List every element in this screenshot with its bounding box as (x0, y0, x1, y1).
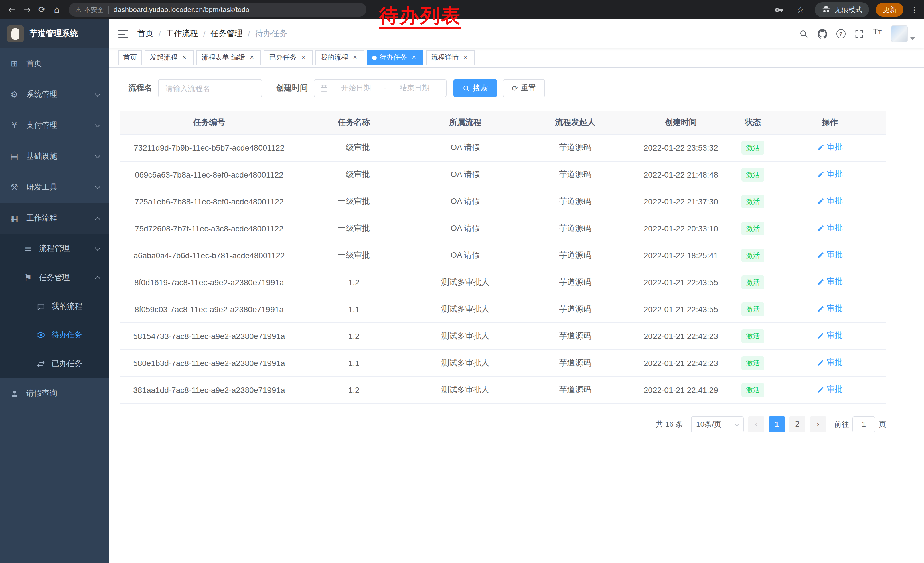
cell-initiator: 芋道源码 (521, 376, 630, 403)
page-1-button[interactable]: 1 (769, 416, 785, 432)
approve-link[interactable]: 审批 (817, 142, 843, 153)
sidebar-item-home[interactable]: ⊞ 首页 (0, 48, 109, 79)
cell-created: 2022-01-22 20:33:10 (630, 215, 732, 242)
gear-icon: ⚙ (9, 89, 20, 100)
approve-link[interactable]: 审批 (817, 331, 843, 341)
tab-close-icon[interactable]: × (351, 54, 359, 62)
cell-initiator: 芋道源码 (521, 134, 630, 161)
cell-task-id: 75d72608-7b7f-11ec-a3c8-acde48001122 (120, 215, 298, 242)
help-icon[interactable]: ? (836, 26, 845, 41)
approve-link[interactable]: 审批 (817, 223, 843, 233)
url-bar[interactable]: ⚠ 不安全 dashboard.yudao.iocoder.cn/bpm/tas… (69, 3, 366, 17)
sidebar-item-todo-tasks[interactable]: 待办任务 (0, 321, 109, 349)
incognito-icon (822, 5, 831, 14)
sidebar-item-process-mgmt[interactable]: ≡ 流程管理 (0, 234, 109, 263)
col-created: 创建时间 (630, 111, 732, 134)
goto-page: 前往 页 (834, 416, 886, 432)
next-page-button[interactable]: › (810, 416, 826, 432)
tab[interactable]: 待办任务 × (367, 50, 423, 65)
cell-task-name: 一级审批 (298, 242, 410, 269)
approve-link[interactable]: 审批 (817, 304, 843, 314)
user-menu[interactable] (891, 25, 915, 42)
cell-task-name: 一级审批 (298, 161, 410, 188)
sidebar-item-infrastructure[interactable]: ▤ 基础设施 (0, 141, 109, 172)
cell-created: 2022-01-21 22:43:55 (630, 296, 732, 323)
tab[interactable]: 我的流程 × (315, 50, 364, 65)
key-icon[interactable] (771, 2, 786, 17)
sidebar-item-done-tasks[interactable]: 已办任务 (0, 349, 109, 378)
font-size-icon[interactable]: TT (873, 26, 882, 41)
tab[interactable]: 已办任务 × (264, 50, 313, 65)
sidebar-item-workflow[interactable]: ▦ 工作流程 (0, 203, 109, 234)
col-process: 所属流程 (410, 111, 521, 134)
tab[interactable]: 首页 (118, 50, 142, 65)
reload-icon[interactable]: ⟳ (34, 2, 49, 17)
process-name-input[interactable] (158, 79, 262, 98)
bookmark-star-icon[interactable]: ☆ (793, 2, 808, 17)
cell-task-id: 8f0d1619-7ac8-11ec-a9e2-a2380e71991a (120, 269, 298, 296)
approve-link[interactable]: 审批 (817, 169, 843, 180)
person-icon (9, 389, 20, 398)
task-table: 任务编号 任务名称 所属流程 流程发起人 创建时间 状态 操作 73211d9d… (120, 111, 886, 404)
tab[interactable]: 发起流程 × (145, 50, 194, 65)
cell-task-name: 1.2 (298, 323, 410, 349)
sidebar-item-devtools[interactable]: ⚒ 研发工具 (0, 172, 109, 203)
tab-close-icon[interactable]: × (299, 54, 308, 62)
cell-initiator: 芋道源码 (521, 349, 630, 376)
approve-link[interactable]: 审批 (817, 277, 843, 287)
edit-pencil-icon (817, 225, 824, 232)
end-date-placeholder: 结束日期 (389, 83, 440, 93)
app-title: 芋道管理系统 (30, 29, 78, 39)
status-badge: 激活 (741, 141, 764, 155)
goto-page-input[interactable] (852, 416, 875, 432)
url-text: dashboard.yudao.iocoder.cn/bpm/task/todo (114, 6, 250, 14)
user-avatar[interactable] (891, 25, 908, 42)
fullscreen-icon[interactable] (855, 26, 864, 41)
sidebar-toggle-icon[interactable] (118, 30, 128, 38)
create-time-label: 创建时间 (276, 83, 308, 93)
page-size-select[interactable]: 10条/页 (691, 416, 744, 432)
browser-menu-icon[interactable]: ⋮ (910, 5, 918, 14)
tab-label: 首页 (123, 53, 137, 62)
breadcrumb-workflow[interactable]: 工作流程 (166, 29, 198, 39)
breadcrumb-task-mgmt[interactable]: 任务管理 (211, 29, 243, 39)
sidebar-item-leave-query[interactable]: 请假查询 (0, 378, 109, 409)
sidebar-item-system[interactable]: ⚙ 系统管理 (0, 79, 109, 110)
edit-pencil-icon (817, 144, 824, 151)
home-icon[interactable]: ⌂ (49, 2, 64, 17)
sidebar-item-task-mgmt[interactable]: ⚑ 任务管理 (0, 263, 109, 292)
cell-task-id: a6aba0a4-7b6d-11ec-b781-acde48001122 (120, 242, 298, 269)
cell-created: 2022-01-22 23:53:32 (630, 134, 732, 161)
sidebar-item-payment[interactable]: ¥ 支付管理 (0, 110, 109, 141)
approve-link[interactable]: 审批 (817, 384, 843, 395)
tab[interactable]: 流程表单-编辑 × (196, 50, 261, 65)
cell-initiator: 芋道源码 (521, 215, 630, 242)
update-button[interactable]: 更新 (876, 3, 903, 17)
tab-close-icon[interactable]: × (248, 54, 256, 62)
annotation-text: 待办列表 (379, 5, 461, 29)
chevron-down-icon (735, 421, 740, 426)
date-range-picker[interactable]: 开始日期 - 结束日期 (314, 79, 447, 98)
cell-created: 2022-01-21 22:42:23 (630, 323, 732, 349)
app-logo[interactable]: 芋道管理系统 (0, 20, 109, 48)
github-icon[interactable] (817, 26, 827, 41)
tab-label: 流程表单-编辑 (201, 53, 245, 62)
approve-link[interactable]: 审批 (817, 196, 843, 206)
back-icon[interactable]: ← (4, 2, 20, 17)
tab-close-icon[interactable]: × (180, 54, 188, 62)
reset-button[interactable]: ⟳ 重置 (502, 79, 545, 98)
tab[interactable]: 流程详情 × (426, 50, 475, 65)
forward-icon[interactable]: → (20, 2, 34, 17)
tab-close-icon[interactable]: × (461, 54, 470, 62)
prev-page-button[interactable]: ‹ (748, 416, 764, 432)
sidebar-item-my-process[interactable]: 我的流程 (0, 292, 109, 321)
approve-link[interactable]: 审批 (817, 358, 843, 368)
search-button[interactable]: 搜索 (453, 79, 497, 98)
breadcrumb-home[interactable]: 首页 (137, 29, 153, 39)
table-row: 8f059c03-7ac8-11ec-a9e2-a2380e71991a 1.1… (120, 296, 886, 323)
tab-close-icon[interactable]: × (410, 54, 418, 62)
cell-task-id: 58154733-7ac8-11ec-a9e2-a2380e71991a (120, 323, 298, 349)
page-2-button[interactable]: 2 (789, 416, 806, 432)
search-icon[interactable] (799, 26, 808, 41)
approve-link[interactable]: 审批 (817, 250, 843, 260)
